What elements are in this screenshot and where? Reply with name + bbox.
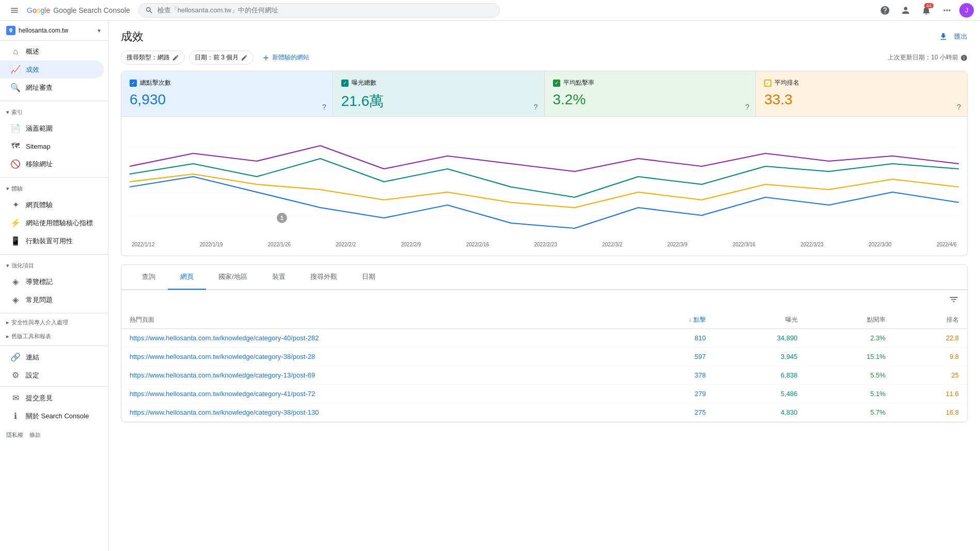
position-info-icon[interactable]: ? [957,103,961,111]
tab-device[interactable]: 裝置 [260,265,298,290]
col-position[interactable]: 排名 [894,311,967,329]
export-button[interactable]: 匯出 [954,32,968,41]
col-clicks[interactable]: ↓ 點擊 [630,311,714,329]
sidebar-divider-2 [0,177,108,178]
tab-date[interactable]: 日期 [350,265,388,290]
avatar[interactable]: J [959,3,974,18]
sidebar-item-breadcrumbs[interactable]: ◈ 導覽標記 [0,273,104,291]
sidebar-item-links[interactable]: 🔗 連結 [0,348,104,366]
table-filter-icon[interactable] [949,294,959,307]
ctr-cell: 5.1% [806,385,894,403]
x-label-9: 2022/3/16 [733,242,756,247]
sidebar-item-label: 網站使用體驗核心指標 [26,218,93,228]
privacy-link[interactable]: 隱私權 [6,431,23,439]
sidebar-item-performance[interactable]: 📈 成效 [0,60,104,78]
table-row[interactable]: https://www.hellosanta.com.tw/knowledge/… [121,385,967,403]
metric-card-position[interactable]: ✓ 平均排名 33.3 ? [756,71,967,116]
impressions-cell: 34,890 [714,329,806,348]
x-label-4: 2022/2/9 [401,242,421,247]
chart-x-labels: 2022/1/12 2022/1/19 2022/1/26 2022/2/2 2… [130,242,959,247]
col-impressions[interactable]: 曝光 [714,311,806,329]
sidebar-item-mobile[interactable]: 📱 行動裝置可用性 [0,232,104,250]
x-label-7: 2022/3/2 [602,242,622,247]
feedback-icon: ✉ [10,393,21,403]
sidebar-item-about[interactable]: ℹ 關於 Search Console [0,407,104,425]
sidebar-item-removals[interactable]: 🚫 移除網址 [0,155,104,173]
table-container: 熱門頁面 ↓ 點擊 曝光 點閱率 排名 https://www.hellosan… [121,290,968,422]
account-icon[interactable] [897,2,914,19]
chart-annotation[interactable]: 1 [277,213,287,223]
download-button[interactable] [939,32,948,41]
section-label: 安全性與專人介入處理 [11,319,68,326]
impressions-info-icon[interactable]: ? [534,103,538,111]
url-cell[interactable]: https://www.hellosanta.com.tw/knowledge/… [121,348,630,366]
table-row[interactable]: https://www.hellosanta.com.tw/knowledge/… [121,329,967,348]
sidebar-item-overview[interactable]: ⌂ 概述 [0,43,104,60]
url-cell[interactable]: https://www.hellosanta.com.tw/knowledge/… [121,366,630,385]
property-selector[interactable]: hellosanta.com.tw ▼ [0,21,108,41]
metric-card-impressions[interactable]: ✓ 曝光總數 21.6萬 ? [333,71,545,116]
topbar: Google Google Search Console 44 J [0,0,980,21]
sidebar: hellosanta.com.tw ▼ ⌂ 概述 📈 成效 🔍 網址審查 ▾ 索… [0,21,108,551]
sidebar-experience-section: ▾ 體驗 ✦ 網頁體驗 ⚡ 網站使用體驗核心指標 📱 行動裝置可用性 [0,180,108,252]
sidebar-section-header-experience[interactable]: ▾ 體驗 [0,182,108,196]
col-ctr[interactable]: 點閱率 [806,311,894,329]
search-box[interactable] [138,3,500,18]
table-header-row: 熱門頁面 ↓ 點擊 曝光 點閱率 排名 [121,311,967,329]
table-row[interactable]: https://www.hellosanta.com.tw/knowledge/… [121,348,967,366]
diamond-icon: ◈ [10,277,21,287]
sidebar-section-header-legacy[interactable]: ▸ 舊版工具和報表 [0,329,108,343]
sidebar-item-label: 概述 [26,47,39,56]
help-icon[interactable] [877,2,893,19]
sidebar-item-coverage[interactable]: 📄 涵蓋範圍 [0,119,104,137]
chart-container: 1 2022/1/12 2022/1/19 2022/1/26 2022/2/2… [121,117,968,256]
tab-country[interactable]: 國家/地區 [206,265,260,290]
info-icon: ℹ [10,411,21,421]
download-icon [939,32,948,41]
add-filter-button[interactable]: 新體驗的網站 [258,51,313,64]
sidebar-item-faq[interactable]: ◈ 常見問題 [0,291,104,309]
tab-page[interactable]: 網頁 [168,265,206,290]
settings-icon: ⚙ [10,370,21,380]
url-cell[interactable]: https://www.hellosanta.com.tw/knowledge/… [121,329,630,348]
sidebar-item-core-vitals[interactable]: ⚡ 網站使用體驗核心指標 [0,214,104,232]
impressions-cell: 3,945 [714,348,806,366]
property-name: hellosanta.com.tw [19,27,93,34]
clicks-info-icon[interactable]: ? [322,103,326,111]
url-cell[interactable]: https://www.hellosanta.com.tw/knowledge/… [121,385,630,403]
sidebar-divider-3 [0,254,108,255]
terms-link[interactable]: 條款 [29,431,41,439]
position-cell: 22.8 [894,329,967,348]
sidebar-item-feedback[interactable]: ✉ 提交意見 [0,389,104,407]
annotation-dot[interactable]: 1 [277,213,287,223]
col-page[interactable]: 熱門頁面 [121,311,630,329]
sidebar-divider-5 [0,345,108,346]
sidebar-divider [0,101,108,101]
sidebar-section-header-enhancements[interactable]: ▾ 強化項目 [0,259,108,273]
menu-icon[interactable] [6,2,23,19]
performance-chart [130,125,959,239]
date-filter[interactable]: 日期：前 3 個月 [189,51,254,65]
sidebar-section-header-index[interactable]: ▾ 索引 [0,105,108,119]
table-row[interactable]: https://www.hellosanta.com.tw/knowledge/… [121,403,967,422]
search-type-filter[interactable]: 搜尋類型：網路 [121,51,185,65]
metric-card-clicks[interactable]: ✓ 總點擊次數 6,930 ? [121,71,333,116]
sidebar-item-settings[interactable]: ⚙ 設定 [0,366,104,384]
table-row[interactable]: https://www.hellosanta.com.tw/knowledge/… [121,366,967,385]
layout: hellosanta.com.tw ▼ ⌂ 概述 📈 成效 🔍 網址審查 ▾ 索… [0,21,980,551]
sidebar-item-page-experience[interactable]: ✦ 網頁體驗 [0,196,104,214]
ctr-info-icon[interactable]: ? [745,103,749,111]
sidebar-item-sitemap[interactable]: 🗺 Sitemap [0,137,104,155]
ctr-cell: 2.3% [806,329,894,348]
sidebar-section-header-security[interactable]: ▸ 安全性與專人介入處理 [0,316,108,329]
url-cell[interactable]: https://www.hellosanta.com.tw/knowledge/… [121,403,630,422]
ctr-cell: 15.1% [806,348,894,366]
sidebar-item-url-inspect[interactable]: 🔍 網址審查 [0,78,104,97]
apps-icon[interactable] [939,2,955,19]
metric-card-ctr[interactable]: ✓ 平均點擊率 3.2% ? [545,71,756,116]
search-input[interactable] [157,6,493,14]
tab-query[interactable]: 查詢 [130,265,168,290]
tab-search-appearance[interactable]: 搜尋外觀 [298,265,350,290]
notifications-icon[interactable]: 44 [918,2,935,19]
property-icon [6,26,15,35]
